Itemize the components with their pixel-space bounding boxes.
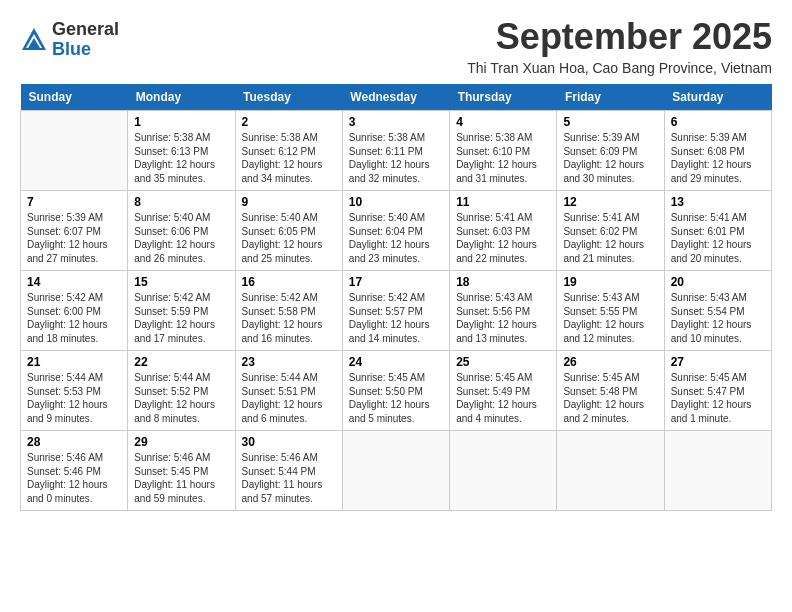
day-number: 30 [242,435,336,449]
day-number: 14 [27,275,121,289]
day-number: 2 [242,115,336,129]
calendar-cell: 10Sunrise: 5:40 AM Sunset: 6:04 PM Dayli… [342,191,449,271]
weekday-header-saturday: Saturday [664,84,771,111]
calendar-cell: 8Sunrise: 5:40 AM Sunset: 6:06 PM Daylig… [128,191,235,271]
calendar-cell: 20Sunrise: 5:43 AM Sunset: 5:54 PM Dayli… [664,271,771,351]
day-info: Sunrise: 5:45 AM Sunset: 5:50 PM Dayligh… [349,371,443,425]
calendar-cell: 3Sunrise: 5:38 AM Sunset: 6:11 PM Daylig… [342,111,449,191]
calendar-cell: 7Sunrise: 5:39 AM Sunset: 6:07 PM Daylig… [21,191,128,271]
calendar-cell: 1Sunrise: 5:38 AM Sunset: 6:13 PM Daylig… [128,111,235,191]
calendar-cell: 24Sunrise: 5:45 AM Sunset: 5:50 PM Dayli… [342,351,449,431]
day-number: 18 [456,275,550,289]
day-info: Sunrise: 5:43 AM Sunset: 5:54 PM Dayligh… [671,291,765,345]
day-info: Sunrise: 5:38 AM Sunset: 6:13 PM Dayligh… [134,131,228,185]
calendar-cell [21,111,128,191]
day-info: Sunrise: 5:38 AM Sunset: 6:10 PM Dayligh… [456,131,550,185]
calendar-week-row: 28Sunrise: 5:46 AM Sunset: 5:46 PM Dayli… [21,431,772,511]
calendar-week-row: 14Sunrise: 5:42 AM Sunset: 6:00 PM Dayli… [21,271,772,351]
day-number: 16 [242,275,336,289]
weekday-header-sunday: Sunday [21,84,128,111]
location-subtitle: Thi Tran Xuan Hoa, Cao Bang Province, Vi… [467,60,772,76]
calendar-cell: 2Sunrise: 5:38 AM Sunset: 6:12 PM Daylig… [235,111,342,191]
calendar-cell [664,431,771,511]
day-number: 29 [134,435,228,449]
day-info: Sunrise: 5:42 AM Sunset: 5:57 PM Dayligh… [349,291,443,345]
day-number: 19 [563,275,657,289]
day-info: Sunrise: 5:40 AM Sunset: 6:05 PM Dayligh… [242,211,336,265]
day-info: Sunrise: 5:42 AM Sunset: 6:00 PM Dayligh… [27,291,121,345]
day-number: 9 [242,195,336,209]
day-number: 27 [671,355,765,369]
calendar-cell: 14Sunrise: 5:42 AM Sunset: 6:00 PM Dayli… [21,271,128,351]
day-info: Sunrise: 5:43 AM Sunset: 5:55 PM Dayligh… [563,291,657,345]
calendar-cell: 23Sunrise: 5:44 AM Sunset: 5:51 PM Dayli… [235,351,342,431]
day-info: Sunrise: 5:46 AM Sunset: 5:44 PM Dayligh… [242,451,336,505]
day-info: Sunrise: 5:40 AM Sunset: 6:04 PM Dayligh… [349,211,443,265]
weekday-header-friday: Friday [557,84,664,111]
day-number: 1 [134,115,228,129]
day-info: Sunrise: 5:38 AM Sunset: 6:12 PM Dayligh… [242,131,336,185]
day-info: Sunrise: 5:38 AM Sunset: 6:11 PM Dayligh… [349,131,443,185]
weekday-header-tuesday: Tuesday [235,84,342,111]
calendar-cell: 19Sunrise: 5:43 AM Sunset: 5:55 PM Dayli… [557,271,664,351]
logo: General Blue [20,20,119,60]
calendar-cell: 15Sunrise: 5:42 AM Sunset: 5:59 PM Dayli… [128,271,235,351]
logo-general-text: General [52,20,119,40]
calendar-cell: 22Sunrise: 5:44 AM Sunset: 5:52 PM Dayli… [128,351,235,431]
calendar-cell: 21Sunrise: 5:44 AM Sunset: 5:53 PM Dayli… [21,351,128,431]
day-number: 6 [671,115,765,129]
header: General Blue September 2025 Thi Tran Xua… [20,16,772,76]
weekday-header-monday: Monday [128,84,235,111]
day-number: 13 [671,195,765,209]
day-number: 26 [563,355,657,369]
day-info: Sunrise: 5:46 AM Sunset: 5:45 PM Dayligh… [134,451,228,505]
day-number: 23 [242,355,336,369]
day-number: 20 [671,275,765,289]
calendar-cell: 13Sunrise: 5:41 AM Sunset: 6:01 PM Dayli… [664,191,771,271]
day-info: Sunrise: 5:43 AM Sunset: 5:56 PM Dayligh… [456,291,550,345]
day-info: Sunrise: 5:45 AM Sunset: 5:49 PM Dayligh… [456,371,550,425]
logo-icon [20,26,48,54]
calendar-cell: 30Sunrise: 5:46 AM Sunset: 5:44 PM Dayli… [235,431,342,511]
day-number: 10 [349,195,443,209]
weekday-header-thursday: Thursday [450,84,557,111]
day-info: Sunrise: 5:46 AM Sunset: 5:46 PM Dayligh… [27,451,121,505]
calendar-cell: 17Sunrise: 5:42 AM Sunset: 5:57 PM Dayli… [342,271,449,351]
day-number: 5 [563,115,657,129]
day-info: Sunrise: 5:44 AM Sunset: 5:51 PM Dayligh… [242,371,336,425]
day-info: Sunrise: 5:44 AM Sunset: 5:52 PM Dayligh… [134,371,228,425]
calendar-cell [557,431,664,511]
title-area: September 2025 Thi Tran Xuan Hoa, Cao Ba… [467,16,772,76]
day-number: 28 [27,435,121,449]
day-number: 3 [349,115,443,129]
calendar-cell: 4Sunrise: 5:38 AM Sunset: 6:10 PM Daylig… [450,111,557,191]
day-info: Sunrise: 5:45 AM Sunset: 5:47 PM Dayligh… [671,371,765,425]
month-title: September 2025 [467,16,772,58]
day-number: 24 [349,355,443,369]
calendar-table: SundayMondayTuesdayWednesdayThursdayFrid… [20,84,772,511]
day-info: Sunrise: 5:40 AM Sunset: 6:06 PM Dayligh… [134,211,228,265]
day-info: Sunrise: 5:39 AM Sunset: 6:09 PM Dayligh… [563,131,657,185]
day-number: 4 [456,115,550,129]
day-info: Sunrise: 5:44 AM Sunset: 5:53 PM Dayligh… [27,371,121,425]
calendar-week-row: 21Sunrise: 5:44 AM Sunset: 5:53 PM Dayli… [21,351,772,431]
day-info: Sunrise: 5:41 AM Sunset: 6:03 PM Dayligh… [456,211,550,265]
day-info: Sunrise: 5:41 AM Sunset: 6:02 PM Dayligh… [563,211,657,265]
calendar-cell: 16Sunrise: 5:42 AM Sunset: 5:58 PM Dayli… [235,271,342,351]
day-number: 21 [27,355,121,369]
day-info: Sunrise: 5:42 AM Sunset: 5:58 PM Dayligh… [242,291,336,345]
calendar-cell: 11Sunrise: 5:41 AM Sunset: 6:03 PM Dayli… [450,191,557,271]
calendar-cell [342,431,449,511]
day-number: 8 [134,195,228,209]
day-number: 25 [456,355,550,369]
day-info: Sunrise: 5:41 AM Sunset: 6:01 PM Dayligh… [671,211,765,265]
day-info: Sunrise: 5:39 AM Sunset: 6:08 PM Dayligh… [671,131,765,185]
calendar-cell: 18Sunrise: 5:43 AM Sunset: 5:56 PM Dayli… [450,271,557,351]
weekday-header-wednesday: Wednesday [342,84,449,111]
calendar-cell: 29Sunrise: 5:46 AM Sunset: 5:45 PM Dayli… [128,431,235,511]
calendar-cell: 26Sunrise: 5:45 AM Sunset: 5:48 PM Dayli… [557,351,664,431]
day-number: 17 [349,275,443,289]
calendar-cell: 28Sunrise: 5:46 AM Sunset: 5:46 PM Dayli… [21,431,128,511]
calendar-week-row: 1Sunrise: 5:38 AM Sunset: 6:13 PM Daylig… [21,111,772,191]
calendar-cell: 5Sunrise: 5:39 AM Sunset: 6:09 PM Daylig… [557,111,664,191]
